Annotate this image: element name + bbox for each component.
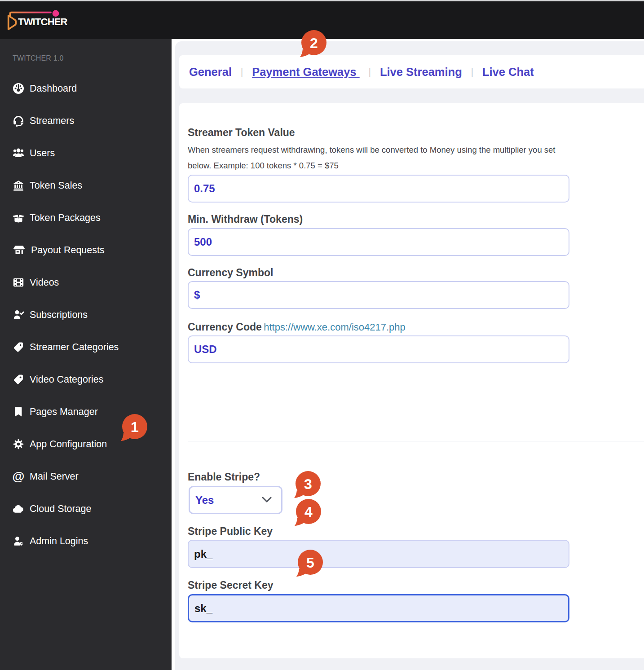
svg-text:4: 4 <box>304 504 313 520</box>
svg-text:@: @ <box>13 471 24 482</box>
svg-text:TWITCHER: TWITCHER <box>18 16 68 27</box>
svg-text:1: 1 <box>131 419 139 435</box>
svg-text:3: 3 <box>304 476 312 492</box>
svg-text:5: 5 <box>306 554 314 570</box>
svg-text:2: 2 <box>310 35 318 51</box>
